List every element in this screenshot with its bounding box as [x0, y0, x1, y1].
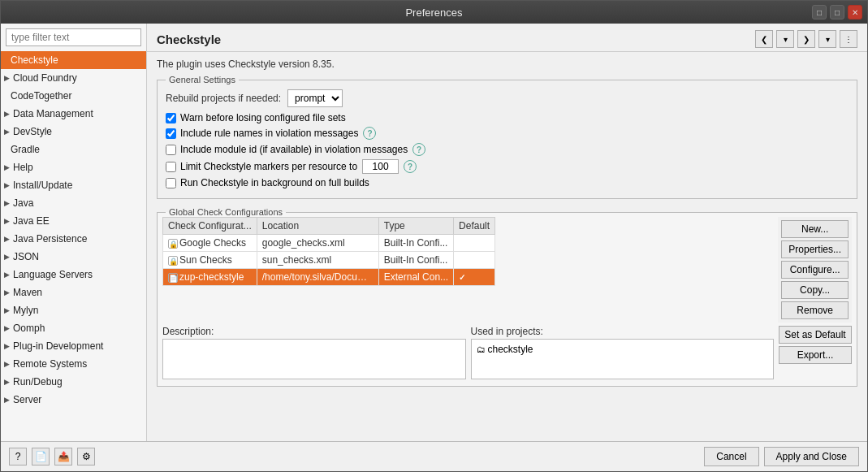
export-button[interactable]: Export... [779, 346, 852, 364]
sidebar-item-maven[interactable]: ▶Maven [1, 284, 146, 301]
setting-row-include-module: Include module id (if available) in viol… [166, 143, 849, 156]
checkbox-label-background[interactable]: Run Checkstyle in background on full bui… [166, 177, 369, 188]
sidebar-item-server[interactable]: ▶Server [1, 391, 146, 409]
desc-section: Description: Used in projects: 🗂checksty… [162, 326, 852, 379]
limit-input[interactable] [362, 159, 399, 174]
help-circle-icon[interactable]: ? [412, 143, 425, 156]
global-config-legend: Global Check Configurations [166, 207, 286, 217]
back-dropdown-button[interactable]: ▾ [776, 30, 794, 48]
config-type-cell: Built-In Confi... [378, 235, 453, 252]
sidebar-item-java[interactable]: ▶Java [1, 194, 146, 212]
forward-button[interactable]: ❯ [797, 30, 815, 48]
settings-icon[interactable]: ⚙ [77, 448, 95, 466]
sidebar-item-java-persistence[interactable]: ▶Java Persistence [1, 230, 146, 248]
sidebar-item-oomph[interactable]: ▶Oomph [1, 319, 146, 337]
sidebar-item-run-debug[interactable]: ▶Run/Debug [1, 373, 146, 391]
forward-dropdown-button[interactable]: ▾ [818, 30, 836, 48]
config-location-cell: google_checks.xml [257, 235, 378, 252]
sidebar: Checkstyle▶Cloud FoundryCodeTogether▶Dat… [1, 24, 147, 441]
checkbox-include-module[interactable] [166, 145, 176, 155]
sidebar-item-label: DevStyle [13, 126, 52, 137]
project-item[interactable]: 🗂checkstyle [475, 343, 771, 356]
sidebar-filter-input[interactable] [6, 28, 141, 46]
version-text: The plugin uses Checkstyle version 8.35. [157, 58, 857, 70]
sidebar-item-label: Language Servers [13, 269, 93, 280]
help-icon[interactable]: ? [9, 448, 27, 466]
sidebar-item-java-ee[interactable]: ▶Java EE [1, 212, 146, 230]
import-icon[interactable]: 📄 [32, 448, 50, 466]
sidebar-item-label: JSON [13, 251, 39, 262]
sidebar-item-mylyn[interactable]: ▶Mylyn [1, 301, 146, 319]
sidebar-item-devstyle[interactable]: ▶DevStyle [1, 123, 146, 141]
chevron-right-icon: ▶ [4, 128, 10, 136]
sidebar-item-label: Plug-in Development [13, 340, 103, 352]
sidebar-item-codetogether[interactable]: CodeTogether [1, 87, 146, 105]
setting-row-background: Run Checkstyle in background on full bui… [166, 177, 849, 188]
checkbox-label-warn[interactable]: Warn before losing configured file sets [166, 112, 346, 123]
checkbox-label-include-module[interactable]: Include module id (if available) in viol… [166, 144, 408, 155]
sidebar-item-label: Java [13, 197, 33, 209]
help-circle-icon[interactable]: ? [363, 127, 376, 140]
sidebar-item-cloud-foundry[interactable]: ▶Cloud Foundry [1, 69, 146, 87]
copy-button[interactable]: Copy... [781, 281, 849, 299]
config-default-cell: ✓ [454, 269, 495, 286]
close-button[interactable]: ✕ [848, 5, 862, 19]
sidebar-item-gradle[interactable]: Gradle [1, 141, 146, 158]
bottom-right: Cancel Apply and Close [704, 447, 859, 466]
checkbox-label-include-rule[interactable]: Include rule names in violation messages [166, 128, 358, 139]
sidebar-item-remote-systems[interactable]: ▶Remote Systems [1, 355, 146, 373]
checkbox-label-limit[interactable]: Limit Checkstyle markers per resource to [166, 161, 357, 172]
sidebar-item-label: Install/Update [13, 180, 72, 191]
maximize-button[interactable]: □ [830, 5, 844, 19]
back-button[interactable]: ❮ [755, 30, 773, 48]
lock-icon: 🔒 [168, 256, 178, 266]
chevron-right-icon: ▶ [4, 271, 10, 279]
description-label: Description: [162, 326, 466, 337]
apply-close-button[interactable]: Apply and Close [764, 447, 859, 466]
remove-button[interactable]: Remove [781, 301, 849, 319]
titlebar-controls: □ □ ✕ [812, 5, 862, 19]
menu-button[interactable]: ⋮ [840, 30, 857, 48]
checkboxes-container: Warn before losing configured file sets … [166, 112, 849, 188]
sidebar-item-checkstyle[interactable]: Checkstyle [1, 51, 146, 69]
sidebar-item-data-management[interactable]: ▶Data Management [1, 105, 146, 123]
export-icon[interactable]: 📤 [54, 448, 72, 466]
properties-button[interactable]: Properties... [781, 240, 849, 258]
table-row[interactable]: 🔒Sun Checkssun_checks.xmlBuilt-In Confi.… [163, 252, 495, 269]
setting-row-warn: Warn before losing configured file sets [166, 112, 849, 123]
sidebar-item-json[interactable]: ▶JSON [1, 248, 146, 266]
config-location-cell: sun_checks.xml [257, 252, 378, 269]
default-check-icon: ✓ [459, 273, 465, 282]
chevron-right-icon: ▶ [4, 306, 10, 314]
configure-button[interactable]: Configure... [781, 261, 849, 279]
rebuild-select[interactable]: promptalwaysnever [287, 89, 343, 107]
sidebar-item-help[interactable]: ▶Help [1, 158, 146, 176]
config-table-wrap: Check Configurat...LocationTypeDefault🔒G… [162, 217, 778, 323]
cancel-button[interactable]: Cancel [704, 447, 758, 466]
settings-content: The plugin uses Checkstyle version 8.35.… [147, 52, 867, 441]
new-button[interactable]: New... [781, 220, 849, 238]
minimize-button[interactable]: □ [812, 5, 827, 19]
sidebar-item-language-servers[interactable]: ▶Language Servers [1, 266, 146, 284]
sidebar-item-install-update[interactable]: ▶Install/Update [1, 176, 146, 194]
chevron-right-icon: ▶ [4, 199, 10, 207]
sidebar-item-plug-in-development[interactable]: ▶Plug-in Development [1, 337, 146, 355]
checkbox-background[interactable] [166, 178, 176, 188]
main-toolbar: ❮ ▾ ❯ ▾ ⋮ [755, 30, 857, 48]
checkbox-warn[interactable] [166, 113, 176, 123]
projects-area: Used in projects: 🗂checkstyle [471, 326, 775, 379]
config-name-cell: 📄zup-checkstyle [163, 269, 257, 286]
config-name-cell: 🔒Sun Checks [163, 252, 257, 269]
lock-icon: 🔒 [168, 239, 178, 249]
checkbox-include-rule[interactable] [166, 128, 176, 139]
bottom-bar: ? 📄 📤 ⚙ Cancel Apply and Close [1, 441, 867, 471]
general-settings-section: General Settings Rebuild projects if nee… [157, 75, 857, 199]
table-header: Check Configurat... [163, 218, 257, 235]
table-row[interactable]: 📄zup-checkstyle/home/tony.silva/Document… [163, 269, 495, 286]
config-default-cell [454, 235, 495, 252]
table-row[interactable]: 🔒Google Checksgoogle_checks.xmlBuilt-In … [163, 235, 495, 252]
set-default-button[interactable]: Set as Default [779, 326, 852, 344]
sidebar-item-label: Oomph [13, 323, 45, 334]
help-circle-icon[interactable]: ? [404, 160, 417, 173]
checkbox-limit[interactable] [166, 162, 176, 172]
